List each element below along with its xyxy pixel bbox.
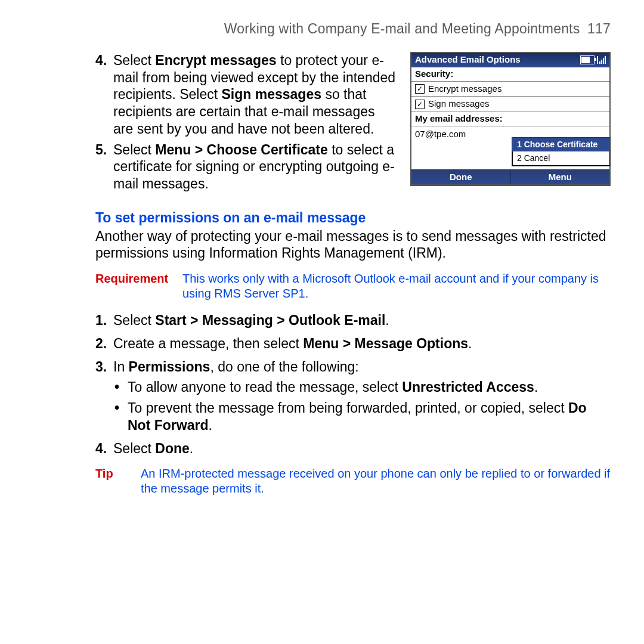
addresses-label: My email addresses: <box>411 112 609 126</box>
step-text: In Permissions, do one of the following: <box>113 359 359 374</box>
top-steps-list: 4. Select Encrypt messages to protect yo… <box>95 52 396 193</box>
status-icons <box>580 55 606 64</box>
step-number: 1. <box>95 312 107 329</box>
perm-step-4: 4. Select Done. <box>95 440 611 457</box>
requirement-note: Requirement This works only with a Micro… <box>95 271 611 301</box>
perm-bullet-b: To prevent the message from being forwar… <box>113 400 611 434</box>
step-5: 5. Select Menu > Choose Certificate to s… <box>95 141 396 193</box>
encrypt-label: Encrypt messages <box>428 83 501 95</box>
step-number: 5. <box>95 141 107 159</box>
sign-row[interactable]: ✓ Sign messages <box>411 97 609 112</box>
checkbox-icon[interactable]: ✓ <box>415 84 425 94</box>
menu-choose-certificate[interactable]: 1 Choose Certificate <box>512 138 610 152</box>
sign-label: Sign messages <box>428 98 490 110</box>
perm-step-3: 3. In Permissions, do one of the followi… <box>95 358 611 434</box>
softkey-menu[interactable]: Menu <box>510 170 610 184</box>
step-number: 2. <box>95 335 107 352</box>
step-4: 4. Select Encrypt messages to protect yo… <box>95 52 396 138</box>
tip-label: Tip <box>95 466 131 496</box>
top-two-column: 4. Select Encrypt messages to protect yo… <box>95 52 611 196</box>
checkbox-icon[interactable]: ✓ <box>415 100 425 109</box>
security-label: Security: <box>411 67 609 82</box>
phone-title: Advanced Email Options <box>415 54 521 66</box>
step-text: Select Done. <box>113 441 193 456</box>
running-header: Working with Company E-mail and Meeting … <box>95 20 611 38</box>
menu-cancel[interactable]: 2 Cancel <box>512 151 610 166</box>
requirement-text: This works only with a Microsoft Outlook… <box>182 271 611 301</box>
page-number: 117 <box>587 21 611 36</box>
phone-titlebar: Advanced Email Options <box>411 53 609 67</box>
step-number: 4. <box>95 52 107 69</box>
step-text: Select Start > Messaging > Outlook E-mai… <box>113 312 389 328</box>
softkey-bar: Done Menu <box>411 169 609 184</box>
perm-intro: Another way of protecting your e-mail me… <box>95 228 611 262</box>
tip-note: Tip An IRM-protected message received on… <box>95 466 611 496</box>
encrypt-row[interactable]: ✓ Encrypt messages <box>411 82 609 97</box>
email-area: 07@tpe.com 1 Choose Certificate 2 Cancel <box>411 126 609 169</box>
step-number: 3. <box>95 358 107 376</box>
step-text: Select Encrypt messages to protect your … <box>113 52 395 137</box>
perm-step-2: 2. Create a message, then select Menu > … <box>95 335 611 352</box>
signal-icon <box>597 56 606 64</box>
document-page: Working with Company E-mail and Meeting … <box>0 0 644 496</box>
step-text: Create a message, then select Menu > Mes… <box>113 336 472 351</box>
perm-steps-list: 1. Select Start > Messaging > Outlook E-… <box>95 312 611 457</box>
perm-bullet-a: To allow anyone to read the message, sel… <box>113 379 611 396</box>
context-menu: 1 Choose Certificate 2 Cancel <box>512 137 611 166</box>
email-address: 07@tpe.com <box>415 129 466 140</box>
battery-icon <box>580 55 595 64</box>
top-steps-text: 4. Select Encrypt messages to protect yo… <box>95 52 396 196</box>
requirement-label: Requirement <box>95 271 173 301</box>
phone-screenshot: Advanced Email Options Security: ✓ Encry… <box>410 52 611 186</box>
perm-step-1: 1. Select Start > Messaging > Outlook E-… <box>95 312 611 329</box>
perm-bullets: To allow anyone to read the message, sel… <box>113 379 611 434</box>
step-number: 4. <box>95 440 107 457</box>
chapter-title: Working with Company E-mail and Meeting … <box>224 21 580 36</box>
softkey-done[interactable]: Done <box>411 170 510 184</box>
tip-text: An IRM-protected message received on you… <box>141 466 611 496</box>
step-text: Select Menu > Choose Certificate to sele… <box>113 142 395 192</box>
section-heading-permissions: To set permissions on an e-mail message <box>95 209 611 227</box>
